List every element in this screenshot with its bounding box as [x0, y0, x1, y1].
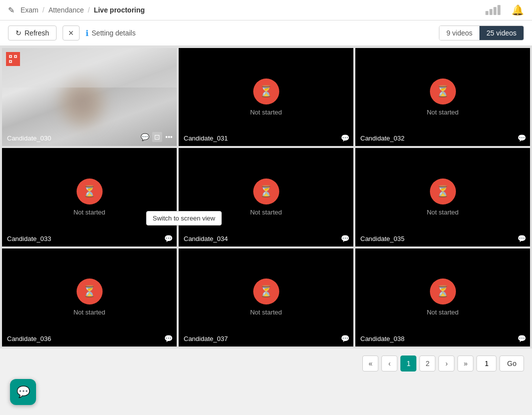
network-status: 🔔 — [485, 4, 524, 16]
candidate-label-036: Candidate_036 — [7, 335, 51, 342]
candidate-label-034: Candidate_034 — [184, 235, 228, 242]
not-started-037: ⏳ Not started — [179, 248, 353, 346]
candidate-label-038: Candidate_038 — [360, 335, 404, 342]
close-button[interactable]: ✕ — [63, 26, 80, 40]
not-started-text-035: Not started — [427, 208, 459, 216]
nav-sep-1: / — [43, 6, 45, 14]
not-started-032: ⏳ Not started — [355, 48, 530, 146]
not-started-icon-037: ⏳ — [253, 278, 279, 304]
last-page-button[interactable]: » — [457, 356, 473, 372]
page-2-button[interactable]: 2 — [419, 356, 435, 372]
close-icon: ✕ — [68, 29, 74, 37]
svg-rect-1 — [489, 9, 492, 15]
toolbar: ↻ Refresh ✕ ℹ Setting details 9 videos 2… — [0, 20, 532, 46]
top-nav: ✎ Exam / Attendance / Live proctoring 🔔 — [0, 0, 532, 20]
candidate-icons-030: 💬 ⊡ ••• — [141, 132, 173, 142]
candidate-icons-038: 💬 — [517, 334, 526, 342]
bell-icon[interactable]: 🔔 — [511, 4, 524, 16]
video-cell-030: Candidate_030 💬 ⊡ ••• — [2, 48, 177, 146]
not-started-icon-032: ⏳ — [430, 78, 456, 104]
svg-rect-5 — [15, 56, 17, 58]
candidate-icons-034: 💬 — [341, 234, 349, 242]
candidate-label-030: Candidate_030 — [7, 134, 51, 142]
nav-exam[interactable]: Exam — [21, 6, 39, 14]
first-page-button[interactable]: « — [362, 356, 378, 372]
scan-icon — [6, 52, 20, 66]
video-cell-035: ⏳ Not started Candidate_035 💬 — [355, 148, 530, 246]
not-started-icon-038: ⏳ — [430, 278, 456, 304]
svg-rect-4 — [10, 56, 12, 58]
chat-icon-038[interactable]: 💬 — [517, 334, 526, 342]
prev-page-button[interactable]: ‹ — [381, 356, 397, 372]
screen-view-tooltip: Switch to screen view — [146, 211, 222, 226]
refresh-icon: ↻ — [16, 29, 22, 37]
candidate-icons-032: 💬 — [517, 134, 526, 142]
svg-rect-3 — [497, 5, 500, 15]
chat-icon-030[interactable]: 💬 — [141, 133, 149, 141]
screen-view-icon-030[interactable]: ⊡ — [152, 132, 162, 142]
nav-attendance[interactable]: Attendance — [49, 6, 84, 14]
refresh-button[interactable]: ↻ Refresh — [8, 26, 57, 40]
video-cell-033: ⏳ Not started Candidate_033 💬 — [2, 148, 177, 246]
not-started-icon-031: ⏳ — [253, 78, 279, 104]
not-started-icon-034: ⏳ — [253, 178, 279, 204]
videos-9-button[interactable]: 9 videos — [439, 26, 479, 40]
not-started-038: ⏳ Not started — [355, 248, 530, 346]
candidate-icons-036: 💬 — [164, 334, 173, 342]
svg-rect-2 — [493, 7, 496, 15]
candidate-label-032: Candidate_032 — [360, 134, 404, 142]
not-started-text-031: Not started — [250, 108, 282, 116]
svg-rect-0 — [485, 11, 488, 15]
not-started-035: ⏳ Not started — [355, 148, 530, 246]
setting-details[interactable]: ℹ Setting details — [86, 28, 136, 38]
candidate-icons-035: 💬 — [517, 234, 526, 242]
chat-icon-034[interactable]: 💬 — [341, 234, 349, 242]
video-count-selector: 9 videos 25 videos — [439, 26, 524, 40]
video-cell-034: ⏳ Not started Candidate_034 💬 — [179, 148, 353, 246]
not-started-icon-033: ⏳ — [77, 178, 103, 204]
camera-feed-030 — [2, 48, 177, 146]
nav-sep-2: / — [88, 6, 90, 14]
not-started-text-033: Not started — [74, 208, 106, 216]
chat-bubble-button[interactable]: 💬 — [10, 379, 36, 405]
video-cell-036: ⏳ Not started Candidate_036 💬 — [2, 248, 177, 346]
chat-bubble-icon: 💬 — [17, 386, 30, 398]
candidate-icons-037: 💬 — [341, 334, 349, 342]
video-grid-wrapper: Candidate_030 💬 ⊡ ••• ⏳ Not started Cand… — [0, 46, 532, 348]
scan-overlay — [6, 52, 20, 66]
chat-icon-037[interactable]: 💬 — [341, 334, 349, 342]
videos-25-button[interactable]: 25 videos — [479, 26, 523, 40]
chat-icon-035[interactable]: 💬 — [517, 234, 526, 242]
chat-icon-031[interactable]: 💬 — [341, 134, 349, 142]
not-started-034: ⏳ Not started — [179, 148, 353, 246]
next-page-button[interactable]: › — [438, 356, 454, 372]
candidate-label-033: Candidate_033 — [7, 235, 51, 242]
chat-icon-033[interactable]: 💬 — [164, 234, 173, 242]
not-started-text-036: Not started — [74, 308, 106, 316]
refresh-label: Refresh — [25, 29, 49, 37]
page-goto-input[interactable] — [476, 356, 496, 372]
svg-rect-6 — [10, 60, 12, 62]
candidate-label-035: Candidate_035 — [360, 235, 404, 242]
not-started-031: ⏳ Not started — [179, 48, 353, 146]
pagination-bar: « ‹ 1 2 › » Go — [0, 348, 532, 378]
chat-icon-032[interactable]: 💬 — [517, 134, 526, 142]
candidate-label-031: Candidate_031 — [184, 134, 228, 142]
not-started-text-037: Not started — [250, 308, 282, 316]
not-started-033: ⏳ Not started — [2, 148, 177, 246]
video-cell-037: ⏳ Not started Candidate_037 💬 — [179, 248, 353, 346]
goto-go-button[interactable]: Go — [499, 356, 524, 372]
video-grid: Candidate_030 💬 ⊡ ••• ⏳ Not started Cand… — [0, 46, 532, 348]
chat-icon-036[interactable]: 💬 — [164, 334, 173, 342]
not-started-036: ⏳ Not started — [2, 248, 177, 346]
nav-current: Live proctoring — [94, 6, 145, 14]
page-1-button[interactable]: 1 — [400, 356, 416, 372]
video-cell-031: ⏳ Not started Candidate_031 💬 — [179, 48, 353, 146]
not-started-icon-036: ⏳ — [77, 278, 103, 304]
video-cell-038: ⏳ Not started Candidate_038 💬 — [355, 248, 530, 346]
exam-icon: ✎ — [8, 6, 15, 15]
not-started-text-038: Not started — [427, 308, 459, 316]
more-icon-030[interactable]: ••• — [165, 133, 173, 141]
setting-details-label: Setting details — [92, 29, 136, 37]
network-icon — [485, 4, 503, 16]
